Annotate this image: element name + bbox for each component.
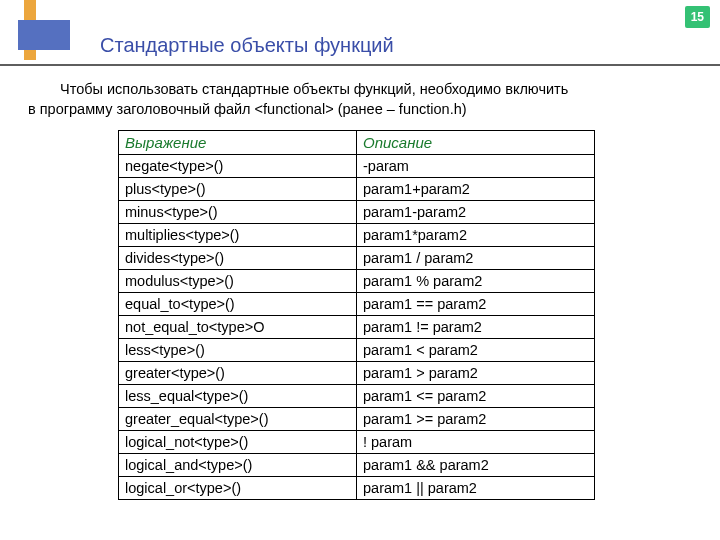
table-row: greater<type>()param1 > param2 (119, 362, 595, 385)
page-number-badge: 15 (685, 6, 710, 28)
cell-description: param1-param2 (357, 201, 595, 224)
table-row: negate<type>()-param (119, 155, 595, 178)
cell-expression: equal_to<type>() (119, 293, 357, 316)
cell-description: param1 <= param2 (357, 385, 595, 408)
cell-description: param1 / param2 (357, 247, 595, 270)
cell-description: param1 == param2 (357, 293, 595, 316)
cell-description: param1 != param2 (357, 316, 595, 339)
cell-expression: not_equal_to<type>O (119, 316, 357, 339)
table-row: multiplies<type>()param1*param2 (119, 224, 595, 247)
table-header-row: Выражение Описание (119, 131, 595, 155)
table-row: less_equal<type>()param1 <= param2 (119, 385, 595, 408)
cell-description: param1*param2 (357, 224, 595, 247)
cell-description: param1 % param2 (357, 270, 595, 293)
cell-expression: logical_and<type>() (119, 454, 357, 477)
cell-expression: minus<type>() (119, 201, 357, 224)
cell-expression: plus<type>() (119, 178, 357, 201)
intro-text: Чтобы использовать стандартные объекты ф… (28, 80, 692, 119)
table-row: divides<type>()param1 / param2 (119, 247, 595, 270)
cell-expression: less<type>() (119, 339, 357, 362)
table-row: plus<type>()param1+param2 (119, 178, 595, 201)
title-underline (0, 64, 720, 66)
cell-expression: less_equal<type>() (119, 385, 357, 408)
cell-expression: logical_or<type>() (119, 477, 357, 500)
intro-line1: Чтобы использовать стандартные объекты ф… (60, 81, 568, 97)
functions-table: Выражение Описание negate<type>()-param … (118, 130, 595, 500)
cell-expression: logical_not<type>() (119, 431, 357, 454)
table-row: less<type>()param1 < param2 (119, 339, 595, 362)
table-row: logical_not<type>()! param (119, 431, 595, 454)
cell-description: param1 && param2 (357, 454, 595, 477)
cell-description: param1 >= param2 (357, 408, 595, 431)
table-row: equal_to<type>()param1 == param2 (119, 293, 595, 316)
table-row: modulus<type>()param1 % param2 (119, 270, 595, 293)
cell-description: -param (357, 155, 595, 178)
intro-line2: в программу заголовочный файл <functiona… (28, 101, 467, 117)
cell-expression: multiplies<type>() (119, 224, 357, 247)
logo-blue-block (18, 20, 70, 50)
cell-expression: divides<type>() (119, 247, 357, 270)
cell-expression: modulus<type>() (119, 270, 357, 293)
slide-title: Стандартные объекты функций (100, 34, 394, 57)
cell-description: param1 < param2 (357, 339, 595, 362)
cell-expression: negate<type>() (119, 155, 357, 178)
header-description: Описание (357, 131, 595, 155)
cell-description: param1+param2 (357, 178, 595, 201)
table-row: logical_and<type>()param1 && param2 (119, 454, 595, 477)
cell-expression: greater_equal<type>() (119, 408, 357, 431)
table-row: not_equal_to<type>Oparam1 != param2 (119, 316, 595, 339)
table-row: greater_equal<type>()param1 >= param2 (119, 408, 595, 431)
header-expression: Выражение (119, 131, 357, 155)
table-row: logical_or<type>()param1 || param2 (119, 477, 595, 500)
slide-logo (18, 0, 78, 70)
cell-description: ! param (357, 431, 595, 454)
cell-description: param1 > param2 (357, 362, 595, 385)
cell-description: param1 || param2 (357, 477, 595, 500)
cell-expression: greater<type>() (119, 362, 357, 385)
table-row: minus<type>()param1-param2 (119, 201, 595, 224)
